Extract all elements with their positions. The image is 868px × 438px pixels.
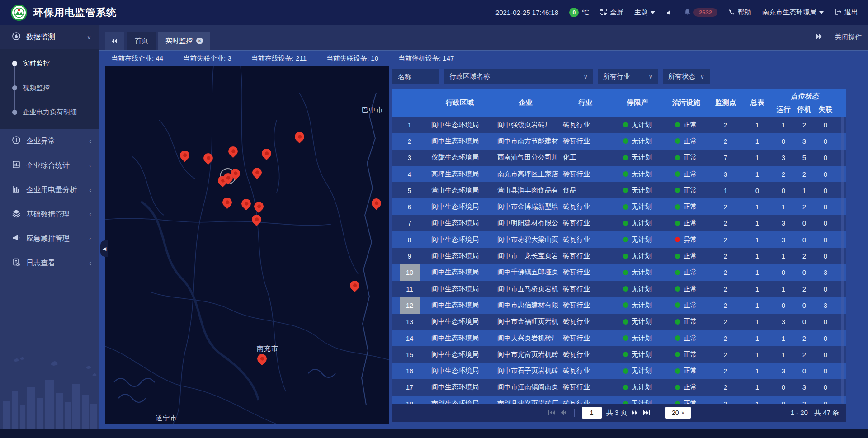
table-row[interactable]: 8 阆中生态环境局 阆中市枣碧大梁山页岩 砖瓦行业 无计划 异常 2 1 3 0… bbox=[392, 231, 846, 248]
tab-bar: 首页 实时监控 ✕ 关闭操作 bbox=[99, 25, 868, 51]
map-panel[interactable]: 巴中市南充市遂宁市 bbox=[105, 66, 389, 424]
notifications[interactable]: 2632 bbox=[684, 8, 717, 17]
sidebar-group-item[interactable]: 企业综合统计 ‹ bbox=[0, 153, 99, 178]
cell-company[interactable]: 西南油气田分公司川中 bbox=[493, 153, 558, 162]
close-operations-menu[interactable]: 关闭操作 bbox=[835, 33, 862, 42]
cell-industry: 化工 bbox=[558, 153, 613, 162]
theme-menu[interactable]: 主题 bbox=[634, 8, 655, 17]
table-row[interactable]: 4 高坪生态环境局 南充市高坪区王家店建 砖瓦行业 无计划 正常 3 1 2 2… bbox=[392, 166, 846, 182]
cell-industry: 砖瓦行业 bbox=[558, 268, 613, 277]
table-row[interactable]: 7 阆中生态环境局 阆中明阳建材有限公司 砖瓦行业 无计划 正常 2 1 3 0… bbox=[392, 215, 846, 231]
name-filter-input[interactable] bbox=[392, 69, 439, 84]
col-header-region[interactable]: 行政区域 bbox=[427, 89, 493, 117]
table-row[interactable]: 6 阆中生态环境局 阆中市金博瑞新型墙材 砖瓦行业 无计划 正常 2 1 1 2… bbox=[392, 198, 846, 215]
sidebar-group-item[interactable]: 日志查看 ‹ bbox=[0, 251, 99, 275]
next-page-button[interactable] bbox=[632, 410, 638, 416]
col-header-lost[interactable]: 失联 bbox=[815, 102, 836, 117]
page-number-input[interactable] bbox=[582, 407, 602, 419]
table-row[interactable]: 14 阆中生态环境局 阆中大兴页岩机砖厂 砖瓦行业 无计划 正常 2 1 1 2… bbox=[392, 330, 846, 346]
cell-company[interactable]: 阆中强锐页岩砖厂 bbox=[493, 121, 558, 129]
cell-company[interactable]: 阆中千佛镇五郎垭页岩 bbox=[493, 268, 558, 277]
page-size-select[interactable]: 20 ∨ bbox=[665, 407, 691, 419]
tab-close-icon[interactable]: ✕ bbox=[196, 38, 203, 44]
sidebar-sub-item[interactable]: 视频监控 bbox=[0, 75, 99, 100]
col-header-facility[interactable]: 治污设施 bbox=[662, 89, 710, 117]
col-header-stop[interactable]: 停机 bbox=[794, 102, 815, 117]
table-row[interactable]: 1 阆中生态环境局 阆中强锐页岩砖厂 砖瓦行业 无计划 正常 2 1 1 2 0 bbox=[392, 117, 846, 133]
tabs-scroll-right-button[interactable] bbox=[816, 33, 823, 42]
cell-company[interactable]: 阆中市南方节能建材有 bbox=[493, 137, 558, 146]
cell-company[interactable]: 阆中市二龙长宝页岩砖 bbox=[493, 252, 558, 260]
limit-status-dot bbox=[623, 385, 628, 390]
region-filter-select[interactable]: 行政区域名称 ∨ bbox=[444, 69, 593, 84]
sidebar-group-item[interactable]: 企业用电量分析 ‹ bbox=[0, 178, 99, 202]
cell-company[interactable]: 阆中明阳建材有限公司 bbox=[493, 219, 558, 227]
last-page-button[interactable] bbox=[643, 410, 651, 416]
limit-status-dot bbox=[623, 138, 628, 144]
speaker-button[interactable] bbox=[666, 9, 673, 16]
user-menu[interactable]: 南充市生态环境局 bbox=[762, 8, 824, 17]
facility-status-dot bbox=[675, 254, 680, 259]
cell-company[interactable]: 南充市高坪区王家店建 bbox=[493, 170, 558, 179]
facility-status-dot bbox=[675, 237, 680, 242]
cell-industry: 砖瓦行业 bbox=[558, 383, 613, 391]
cell-meters: 1 bbox=[741, 121, 773, 129]
table-row[interactable]: 16 阆中生态环境局 阆中市石子页岩机砖厂 砖瓦行业 无计划 正常 2 1 3 … bbox=[392, 363, 846, 379]
collapse-panel-button[interactable]: ◀ bbox=[100, 240, 108, 257]
sidebar-group-item[interactable]: 数据监测 ∨ bbox=[0, 25, 99, 49]
logout-icon bbox=[835, 8, 842, 17]
table-row[interactable]: 9 阆中生态环境局 阆中市二龙长宝页岩砖 砖瓦行业 无计划 正常 2 1 1 2… bbox=[392, 248, 846, 264]
sidebar-group-item[interactable]: 基础数据管理 ‹ bbox=[0, 202, 99, 226]
sidebar-group-item[interactable]: 应急减排管理 ‹ bbox=[0, 226, 99, 251]
filter-bar: 行政区域名称 ∨ 所有行业 ∨ 所有状态 ∨ bbox=[392, 69, 710, 84]
cell-company[interactable]: 营山县润丰肉食品有限 bbox=[493, 186, 558, 195]
cell-company[interactable]: 阆中市金福旺页岩机砖 bbox=[493, 317, 558, 326]
cell-industry: 砖瓦行业 bbox=[558, 400, 613, 404]
col-header-industry[interactable]: 行业 bbox=[558, 89, 613, 117]
table-row[interactable]: 10 阆中生态环境局 阆中千佛镇五郎垭页岩 砖瓦行业 无计划 正常 2 1 0 … bbox=[392, 264, 846, 281]
col-header-company[interactable]: 企业 bbox=[493, 89, 558, 117]
tab[interactable]: 实时监控 ✕ bbox=[158, 32, 210, 50]
industry-filter-select[interactable]: 所有行业 ∨ bbox=[598, 69, 658, 84]
table-row[interactable]: 3 仪陇生态环境局 西南油气田分公司川中 化工 无计划 正常 7 1 3 5 0 bbox=[392, 150, 846, 166]
cell-company[interactable]: 南部县建兴页岩砖厂有 bbox=[493, 400, 558, 404]
cell-company[interactable]: 阆中市五马桥页岩机砖 bbox=[493, 285, 558, 293]
prev-page-button[interactable] bbox=[560, 410, 567, 416]
cell-company[interactable]: 阆中大兴页岩机砖厂 bbox=[493, 334, 558, 343]
sidebar-sub-item[interactable]: 企业电力负荷明细 bbox=[0, 100, 99, 124]
cell-points: 2 bbox=[710, 318, 741, 325]
row-index: 12 bbox=[400, 297, 420, 313]
col-header-meters[interactable]: 总表 bbox=[741, 89, 773, 117]
cell-company[interactable]: 阆中市石子页岩机砖厂 bbox=[493, 367, 558, 375]
cell-run: 2 bbox=[773, 170, 794, 178]
col-header-run[interactable]: 运行 bbox=[773, 102, 794, 117]
table-row[interactable]: 5 营山生态环境局 营山县润丰肉食品有限 食品 无计划 正常 1 0 0 1 0 bbox=[392, 182, 846, 198]
tabs-scroll-left-button[interactable] bbox=[105, 32, 124, 50]
cell-company[interactable]: 阆中市枣碧大梁山页岩 bbox=[493, 235, 558, 244]
facility-status-dot bbox=[675, 286, 680, 292]
cell-company[interactable]: 阆中市江南镇阆南页岩 bbox=[493, 383, 558, 391]
table-row[interactable]: 2 阆中生态环境局 阆中市南方节能建材有 砖瓦行业 无计划 正常 2 1 0 3… bbox=[392, 133, 846, 149]
logout-button[interactable]: 退出 bbox=[835, 8, 858, 17]
sidebar-sub-item[interactable]: 实时监控 bbox=[0, 51, 99, 75]
first-page-button[interactable] bbox=[548, 410, 556, 416]
table-row[interactable]: 15 阆中生态环境局 阆中市光富页岩机砖厂 砖瓦行业 无计划 正常 2 1 1 … bbox=[392, 346, 846, 363]
help-button[interactable]: 帮助 bbox=[728, 8, 751, 17]
table-row[interactable]: 17 阆中生态环境局 阆中市江南镇阆南页岩 砖瓦行业 无计划 正常 2 1 0 … bbox=[392, 379, 846, 396]
table-row[interactable]: 12 阆中生态环境局 阆中市忠信建材有限公 砖瓦行业 无计划 正常 2 1 0 … bbox=[392, 297, 846, 313]
sidebar-group-item[interactable]: 企业异常 ‹ bbox=[0, 129, 99, 153]
fullscreen-button[interactable]: 全屏 bbox=[600, 8, 623, 17]
cell-lost: 0 bbox=[815, 236, 836, 244]
tab[interactable]: 首页 bbox=[127, 32, 156, 50]
table-row[interactable]: 11 阆中生态环境局 阆中市五马桥页岩机砖 砖瓦行业 无计划 正常 2 1 1 … bbox=[392, 281, 846, 297]
cell-company[interactable]: 阆中市忠信建材有限公 bbox=[493, 301, 558, 310]
cell-run: 3 bbox=[773, 219, 794, 227]
cell-company[interactable]: 阆中市光富页岩机砖厂 bbox=[493, 350, 558, 359]
col-header-points[interactable]: 监测点 bbox=[710, 89, 741, 117]
table-row[interactable]: 13 阆中生态环境局 阆中市金福旺页岩机砖 砖瓦行业 无计划 正常 2 1 3 … bbox=[392, 314, 846, 330]
status-filter-select[interactable]: 所有状态 ∨ bbox=[663, 69, 710, 84]
cell-company[interactable]: 阆中市金博瑞新型墙材 bbox=[493, 203, 558, 211]
table-scrollbar[interactable] bbox=[841, 117, 844, 404]
table-row[interactable]: 18 南部生态环境局 南部县建兴页岩砖厂有 砖瓦行业 无计划 正常 2 1 0 … bbox=[392, 396, 846, 404]
col-header-limit[interactable]: 停限产 bbox=[613, 89, 662, 117]
